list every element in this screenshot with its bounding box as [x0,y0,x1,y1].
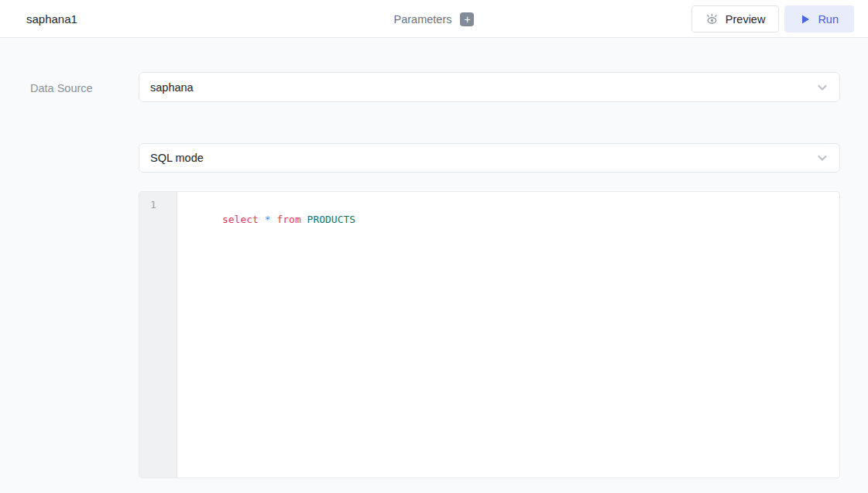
code-token-operator: * [265,214,277,225]
editor-gutter: 1 [139,192,177,478]
code-area[interactable]: select * from PRODUCTS [177,192,839,478]
code-token-keyword: select [222,214,265,225]
code-token-identifier: PRODUCTS [307,214,356,225]
add-parameter-button[interactable]: + [460,12,474,26]
query-mode-selected-value: SQL mode [150,152,204,164]
data-source-selected-value: saphana [150,81,194,94]
code-token-keyword: from [276,214,307,225]
line-number: 1 [139,197,177,212]
chevron-down-icon [815,80,829,94]
plus-icon: + [464,13,470,26]
topbar: saphana1 Parameters + Preview [0,0,868,38]
preview-button[interactable]: Preview [691,5,780,33]
data-source-label: Data Source [30,82,93,94]
eye-icon [705,13,719,25]
play-icon [800,14,811,25]
sql-code-editor[interactable]: 1 select * from PRODUCTS [139,191,840,478]
parameters-label: Parameters [394,13,452,26]
topbar-actions: Preview Run [691,5,854,33]
run-button-label: Run [818,13,839,26]
query-name[interactable]: saphana1 [26,0,77,38]
preview-button-label: Preview [726,13,766,26]
query-mode-select[interactable]: SQL mode [139,143,840,173]
query-editor-page: saphana1 Parameters + Preview [0,0,868,493]
run-button[interactable]: Run [784,5,854,33]
data-source-select[interactable]: saphana [139,72,840,102]
chevron-down-icon [815,151,829,165]
